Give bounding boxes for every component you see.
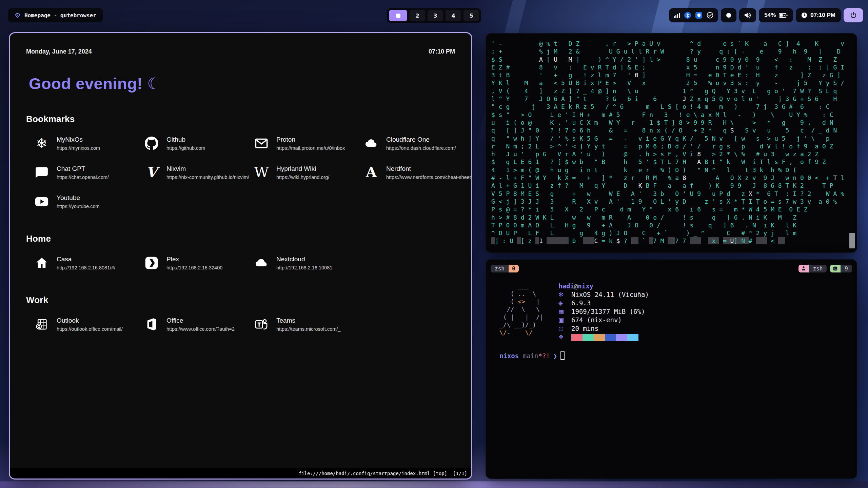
tmux-statusbar: zsh 0 zsh 9 bbox=[491, 264, 852, 273]
window-title: Homepage - qutebrowser bbox=[24, 12, 96, 19]
bookmark-url: https://teams.microsoft.com/_ bbox=[276, 326, 340, 332]
bookmark-office[interactable]: Officehttps://www.office.com/?auth=2 bbox=[144, 317, 250, 332]
tray-status-icons[interactable] bbox=[669, 8, 718, 22]
volume-control[interactable] bbox=[739, 8, 756, 22]
bookmark-name: Youtube bbox=[57, 194, 100, 202]
qutebrowser-statusbar: file:///home/hadi/.config/startpage/inde… bbox=[10, 468, 471, 479]
workspace-button-5[interactable]: 5 bbox=[463, 10, 479, 21]
color-swatch bbox=[605, 334, 616, 341]
color-swatch bbox=[571, 334, 583, 341]
bookmark-sections: Bookmarks❄MyNixOshttps://mynixos.comGith… bbox=[26, 114, 455, 332]
serif-a-icon: A bbox=[364, 165, 379, 180]
bookmark-name: MyNixOs bbox=[57, 136, 100, 143]
shell-prompt[interactable]: nixos main * ?! ❯ bbox=[491, 351, 852, 360]
startpage-date: Monday, June 17, 2024 bbox=[26, 48, 92, 55]
bookmark-url: https://github.com bbox=[166, 145, 205, 151]
cloud-icon bbox=[364, 136, 379, 151]
user-icon bbox=[798, 265, 809, 272]
cloud-icon bbox=[254, 256, 269, 270]
terminal-icon bbox=[830, 265, 841, 272]
tmux-session-badge[interactable]: zsh bbox=[798, 265, 827, 272]
outlook-icon bbox=[34, 317, 49, 332]
power-icon bbox=[850, 12, 857, 19]
fetch-line: ▣674 (nix-env) bbox=[558, 316, 649, 324]
clock-widget[interactable]: 07:10 PM bbox=[796, 8, 841, 22]
check-circle-icon bbox=[707, 12, 713, 19]
bookmark-github[interactable]: Githubhttps://github.com bbox=[144, 136, 250, 151]
clock-icon bbox=[801, 12, 807, 18]
tmux-window-tab[interactable]: zsh 0 bbox=[491, 265, 519, 272]
speaker-icon bbox=[744, 12, 751, 18]
bookmark-url: http://192.168.2.16:10081 bbox=[276, 265, 332, 270]
bookmark-proton[interactable]: Protonhttps://mail.proton.me/u/0/inbox bbox=[254, 136, 360, 151]
bookmark-casa[interactable]: Casahttp://192.168.2.16:8081/#/ bbox=[34, 256, 140, 270]
fetch-line: ◷20 mins bbox=[558, 324, 649, 333]
shell-terminal-window[interactable]: zsh 0 zsh 9 ___ ( .. \ ( <> | // \ \ ( |… bbox=[486, 259, 857, 479]
wikipedia-w-icon: W bbox=[254, 165, 269, 180]
record-dot-icon bbox=[726, 13, 731, 18]
fetch-line: ▦1969/31377 MiB (6%) bbox=[558, 307, 649, 316]
power-button[interactable] bbox=[844, 8, 863, 22]
fastfetch-output: ___ ( .. \ ( <> | // \ \ ( | | /|_/\ __)… bbox=[491, 282, 852, 341]
tab-index: 0 bbox=[509, 265, 519, 272]
nix-icon: ✻ bbox=[558, 290, 571, 299]
fetch-value: 20 mins bbox=[571, 324, 598, 333]
bookmark-name: Plex bbox=[166, 256, 222, 263]
bookmark-youtube[interactable]: Youtubehttps://youtube.com bbox=[34, 194, 140, 209]
battery-indicator[interactable]: 54% bbox=[759, 8, 793, 22]
nixos-snowflake-icon: ❄ bbox=[34, 136, 49, 151]
color-swatch bbox=[583, 334, 594, 341]
session-name: zsh bbox=[809, 265, 827, 272]
active-window-title-pill: ⚙ Homepage - qutebrowser bbox=[8, 8, 103, 22]
section-home: HomeCasahttp://192.168.2.16:8081/#/Plexh… bbox=[26, 233, 455, 270]
bookmark-plex[interactable]: Plexhttp://192.168.2.16:32400 bbox=[144, 256, 250, 270]
bookmark-mynixos[interactable]: ❄MyNixOshttps://mynixos.com bbox=[34, 136, 140, 151]
bookmark-nerdfont[interactable]: ANerdfonthttps://www.nerdfonts.com/cheat… bbox=[364, 165, 470, 180]
recorder-indicator[interactable] bbox=[721, 8, 736, 22]
startpage-time: 07:10 PM bbox=[429, 48, 455, 55]
bookmark-name: Nextcloud bbox=[276, 256, 332, 263]
bookmark-name: Office bbox=[166, 317, 235, 324]
bookmark-outlook[interactable]: Outlookhttps://outlook.office.com/mail/ bbox=[34, 317, 140, 332]
tmux-window-count-badge[interactable]: 9 bbox=[830, 265, 852, 272]
bookmark-name: Proton bbox=[276, 136, 345, 143]
bookmark-nixvim[interactable]: VNixvimhttps://nix-community.github.io/n… bbox=[144, 165, 250, 180]
fetch-value: 1969/31377 MiB (6%) bbox=[571, 307, 645, 316]
clock-time: 07:10 PM bbox=[810, 12, 835, 19]
workspace-button-2[interactable]: 2 bbox=[410, 10, 425, 21]
bookmark-url: https://mynixos.com bbox=[57, 145, 100, 151]
bookmark-nextcloud[interactable]: Nextcloudhttp://192.168.2.16:10081 bbox=[254, 256, 360, 270]
window-count: 9 bbox=[841, 265, 852, 272]
matrix-terminal-window[interactable]: ' - @ % t D Z , r > P a U v ^ d e s ` K … bbox=[486, 33, 857, 253]
kernel-icon: ◈ bbox=[558, 299, 571, 307]
palette-icon: ❖ bbox=[558, 333, 571, 341]
bookmark-cloudflare-one[interactable]: Cloudflare Onehttps://one.dash.cloudflar… bbox=[364, 136, 470, 151]
youtube-icon bbox=[34, 194, 49, 209]
bookmark-chat-gpt[interactable]: Chat GPThttps://chat.openai.com/ bbox=[34, 165, 140, 180]
qutebrowser-logo-icon: ⚙ bbox=[15, 12, 21, 19]
workspace-switcher: 2345 bbox=[387, 8, 481, 23]
battery-charging-icon bbox=[779, 13, 788, 18]
bookmark-hyprland-wiki[interactable]: WHyprland Wikihttps://wiki.hyprland.org/ bbox=[254, 165, 360, 180]
section-title: Work bbox=[26, 295, 455, 305]
startpage: Monday, June 17, 2024 07:10 PM Good even… bbox=[10, 33, 471, 479]
prompt-dirty-flag: * bbox=[538, 352, 542, 360]
bookmark-name: Casa bbox=[57, 256, 115, 263]
tux-ascii-art: ___ ( .. \ ( <> | // \ \ ( | | /|_/\ __)… bbox=[499, 282, 544, 341]
bookmark-teams[interactable]: Teamshttps://teams.microsoft.com/_ bbox=[254, 317, 360, 332]
bookmark-url: https://www.nerdfonts.com/cheat-sheet bbox=[386, 175, 470, 180]
workspace-button-3[interactable]: 3 bbox=[428, 10, 443, 21]
packages-icon: ▣ bbox=[558, 316, 571, 324]
bookmark-name: Nerdfont bbox=[386, 165, 470, 172]
bookmark-name: Cloudflare One bbox=[386, 136, 456, 143]
workspace-button-4[interactable]: 4 bbox=[446, 10, 461, 21]
bookmark-url: https://www.office.com/?auth=2 bbox=[166, 326, 235, 332]
fetch-user-host: hadi@nixy bbox=[558, 282, 649, 290]
bookmark-name: Nixvim bbox=[166, 165, 249, 172]
fetch-value: 674 (nix-env) bbox=[571, 316, 622, 324]
bookmark-url: https://wiki.hyprland.org/ bbox=[276, 175, 329, 180]
bluetooth-icon bbox=[684, 12, 691, 19]
bookmark-name: Chat GPT bbox=[57, 165, 109, 172]
chat-bubble-icon bbox=[34, 165, 49, 180]
workspace-button-1[interactable] bbox=[389, 10, 407, 21]
